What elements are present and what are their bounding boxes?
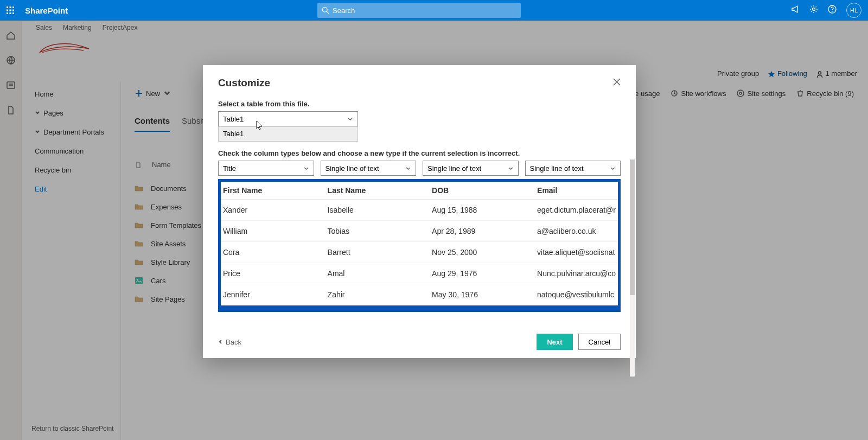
chevron-left-icon bbox=[218, 339, 224, 345]
preview-cell: Aug 29, 1976 bbox=[430, 263, 535, 284]
megaphone-icon bbox=[791, 5, 800, 14]
preview-cell: Amal bbox=[326, 263, 430, 284]
modal-scrollbar[interactable] bbox=[630, 160, 635, 377]
svg-rect-5 bbox=[12, 10, 14, 11]
waffle-icon bbox=[6, 6, 15, 15]
preview-cell: vitae.aliquet@sociisnat bbox=[535, 242, 618, 263]
column-type-row: TitleSingle line of textSingle line of t… bbox=[218, 161, 621, 176]
modal-close-button[interactable] bbox=[613, 78, 621, 88]
column-type-select-0[interactable]: Title bbox=[218, 161, 314, 176]
preview-row: CoraBarrettNov 25, 2000vitae.aliquet@soc… bbox=[221, 242, 618, 263]
table-select-dropdown: Table1 bbox=[218, 126, 358, 142]
svg-rect-7 bbox=[10, 12, 11, 14]
column-type-select-2[interactable]: Single line of text bbox=[423, 161, 519, 176]
svg-rect-3 bbox=[7, 10, 8, 11]
cursor-icon bbox=[256, 120, 264, 132]
preview-col-header: Last Name bbox=[326, 182, 430, 200]
close-icon bbox=[613, 78, 621, 86]
next-button[interactable]: Next bbox=[537, 334, 572, 350]
svg-rect-4 bbox=[10, 10, 11, 11]
gear-icon bbox=[809, 5, 818, 14]
chevron-down-icon bbox=[508, 165, 514, 171]
svg-line-10 bbox=[327, 11, 329, 14]
app-name: SharePoint bbox=[21, 6, 68, 15]
modal-title: Customize bbox=[218, 77, 270, 89]
chevron-down-icon bbox=[303, 165, 309, 171]
preview-cell: Nunc.pulvinar.arcu@co bbox=[535, 263, 618, 284]
settings-button[interactable] bbox=[809, 5, 818, 16]
svg-rect-2 bbox=[12, 7, 14, 8]
svg-rect-0 bbox=[7, 7, 8, 8]
preview-cell: a@aclibero.co.uk bbox=[535, 221, 618, 242]
preview-cell: Isabelle bbox=[326, 200, 430, 221]
preview-cell: Nov 25, 2000 bbox=[430, 242, 535, 263]
cancel-button[interactable]: Cancel bbox=[578, 334, 621, 350]
preview-cell: Xander bbox=[221, 200, 326, 221]
preview-row: PriceAmalAug 29, 1976Nunc.pulvinar.arcu@… bbox=[221, 263, 618, 284]
preview-table-wrap: First NameLast NameDOBEmailXanderIsabell… bbox=[218, 179, 621, 312]
preview-col-header: First Name bbox=[221, 182, 326, 200]
check-columns-label: Check the column types below and choose … bbox=[218, 149, 621, 157]
preview-table: First NameLast NameDOBEmailXanderIsabell… bbox=[221, 182, 618, 305]
table-option-table1[interactable]: Table1 bbox=[219, 126, 358, 141]
preview-cell: William bbox=[221, 221, 326, 242]
back-button[interactable]: Back bbox=[218, 338, 241, 346]
chevron-down-icon bbox=[347, 116, 353, 122]
customize-modal: Customize Select a table from this file.… bbox=[203, 65, 636, 358]
search-icon bbox=[322, 7, 329, 14]
select-table-label: Select a table from this file. bbox=[218, 100, 621, 108]
suite-bar: SharePoint Search HL bbox=[0, 0, 868, 21]
preview-col-header: Email bbox=[535, 182, 618, 200]
svg-point-13 bbox=[832, 11, 833, 12]
preview-cell: eget.dictum.placerat@r bbox=[535, 200, 618, 221]
megaphone-button[interactable] bbox=[791, 5, 800, 16]
chevron-down-icon bbox=[405, 165, 411, 171]
chevron-down-icon bbox=[610, 165, 616, 171]
app-launcher-button[interactable] bbox=[0, 0, 21, 21]
column-type-select-3[interactable]: Single line of text bbox=[525, 161, 621, 176]
preview-row: JenniferZahirMay 30, 1976natoque@vestibu… bbox=[221, 284, 618, 305]
preview-cell: May 30, 1976 bbox=[430, 284, 535, 305]
preview-cell: Tobias bbox=[326, 221, 430, 242]
help-icon bbox=[828, 5, 837, 14]
preview-row: WilliamTobiasApr 28, 1989a@aclibero.co.u… bbox=[221, 221, 618, 242]
preview-cell: Aug 15, 1988 bbox=[430, 200, 535, 221]
preview-cell: Barrett bbox=[326, 242, 430, 263]
preview-cell: Cora bbox=[221, 242, 326, 263]
preview-col-header: DOB bbox=[430, 182, 535, 200]
svg-rect-1 bbox=[10, 7, 11, 8]
svg-rect-8 bbox=[12, 12, 14, 14]
preview-cell: Apr 28, 1989 bbox=[430, 221, 535, 242]
user-avatar[interactable]: HL bbox=[846, 3, 861, 18]
preview-cell: Zahir bbox=[326, 284, 430, 305]
preview-cell: natoque@vestibulumlc bbox=[535, 284, 618, 305]
column-type-select-1[interactable]: Single line of text bbox=[321, 161, 417, 176]
preview-cell: Jennifer bbox=[221, 284, 326, 305]
preview-cell: Price bbox=[221, 263, 326, 284]
search-placeholder: Search bbox=[333, 7, 355, 15]
help-button[interactable] bbox=[828, 5, 837, 16]
search-input[interactable]: Search bbox=[317, 3, 521, 18]
svg-point-11 bbox=[813, 8, 815, 11]
svg-rect-6 bbox=[7, 12, 8, 14]
preview-row: XanderIsabelleAug 15, 1988eget.dictum.pl… bbox=[221, 200, 618, 221]
table-select[interactable]: Table1 bbox=[218, 111, 358, 126]
